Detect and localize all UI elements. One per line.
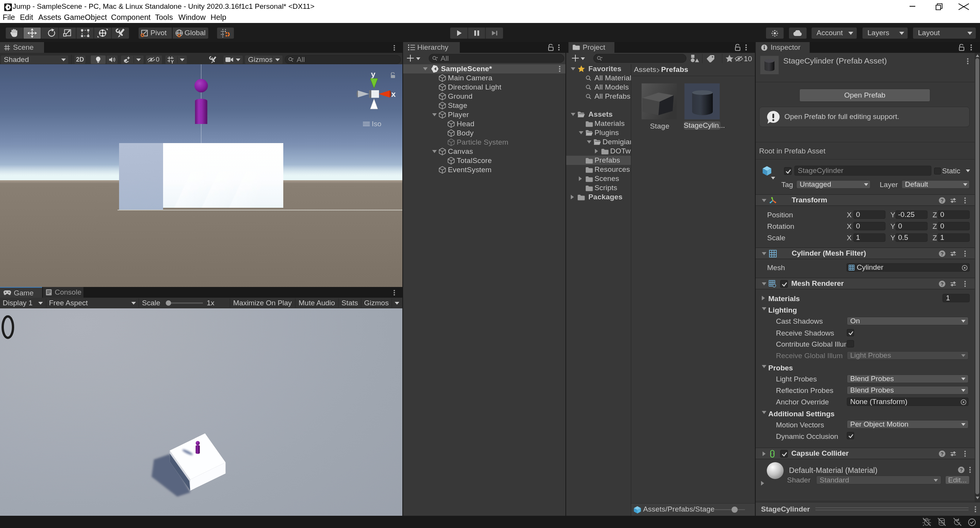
svg-text:Y: Y bbox=[171, 59, 174, 64]
svg-text:y: y bbox=[371, 70, 376, 78]
svg-text:x: x bbox=[391, 90, 396, 98]
